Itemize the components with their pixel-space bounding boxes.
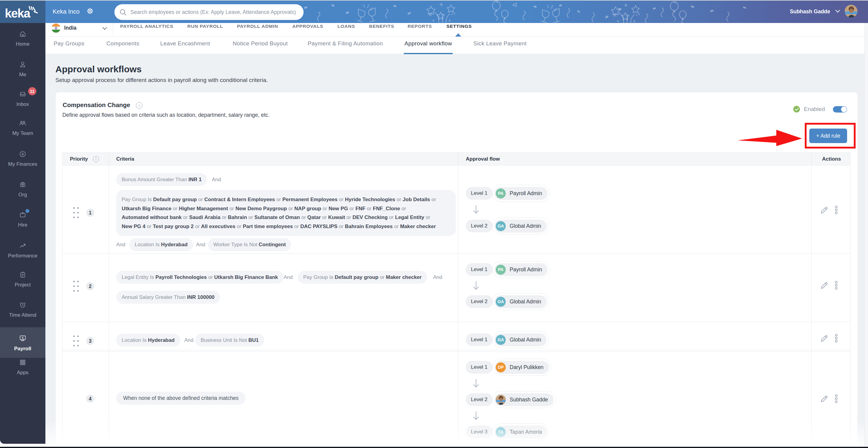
svg-text:$: $ — [22, 152, 24, 156]
svg-text:$: $ — [22, 336, 24, 340]
